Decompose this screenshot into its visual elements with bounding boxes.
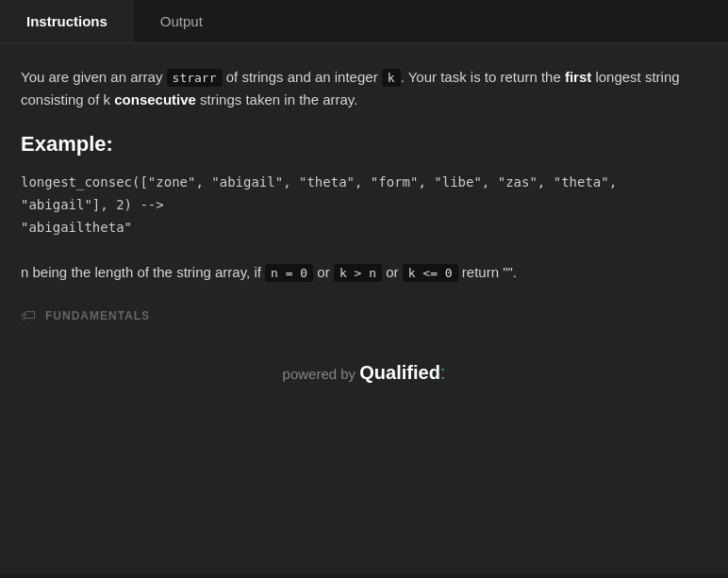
content-area: You are given an array strarr of strings… xyxy=(0,43,728,574)
tag-fundamentals: FUNDAMENTALS xyxy=(45,309,150,322)
strarr-code: strarr xyxy=(167,69,223,87)
condition-text-2: return "". xyxy=(458,264,517,280)
condition-code-2: k > n xyxy=(334,264,382,282)
k-code: k xyxy=(382,69,401,87)
tab-bar: Instructions Output xyxy=(0,0,728,43)
intro-text-5: strings taken in the array. xyxy=(196,91,357,107)
powered-by-section: powered by Qualified: xyxy=(21,362,707,384)
tags-row: 🏷 FUNDAMENTALS xyxy=(21,307,707,324)
condition-code-3: k <= 0 xyxy=(403,264,458,282)
condition-or-1: or xyxy=(313,264,334,280)
tag-icon: 🏷 xyxy=(21,307,36,324)
tab-instructions[interactable]: Instructions xyxy=(0,0,134,42)
intro-bold-consecutive: consecutive xyxy=(114,91,196,107)
tab-output[interactable]: Output xyxy=(134,0,229,42)
intro-text-1: You are given an array xyxy=(21,69,167,85)
intro-text-2: of strings and an integer xyxy=(223,69,382,85)
condition-code-1: n = 0 xyxy=(265,264,313,282)
brand-dot: : xyxy=(440,362,446,383)
condition-or-2: or xyxy=(382,264,403,280)
example-code-line2: "abigailtheta" xyxy=(21,217,707,239)
example-code-line1: longest_consec(["zone", "abigail", "thet… xyxy=(21,172,707,217)
intro-paragraph: You are given an array strarr of strings… xyxy=(21,66,707,111)
powered-by-text: powered by xyxy=(283,366,360,382)
intro-bold-first: first xyxy=(565,69,591,85)
example-heading: Example: xyxy=(21,132,707,157)
example-code-block: longest_consec(["zone", "abigail", "thet… xyxy=(21,172,707,239)
tab-instructions-label: Instructions xyxy=(26,13,108,29)
tab-output-label: Output xyxy=(160,13,203,29)
intro-text-3: . Your task is to return the xyxy=(401,69,565,85)
condition-paragraph: n being the length of the string array, … xyxy=(21,259,707,285)
condition-text-1: n being the length of the string array, … xyxy=(21,264,265,280)
brand-name: Qualified xyxy=(359,362,440,383)
